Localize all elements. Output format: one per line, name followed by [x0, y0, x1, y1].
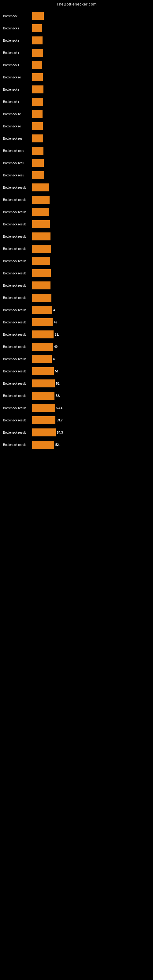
- bar-label: Bottleneck resu: [3, 173, 32, 177]
- bar-container: [32, 97, 150, 106]
- bar-value: 51: [55, 370, 59, 373]
- bar-container: [32, 73, 150, 81]
- bar-container: [32, 183, 150, 192]
- bar-row: Bottleneck result: [3, 181, 150, 193]
- bar: [32, 355, 52, 363]
- bar-row: Bottleneck result53.: [3, 378, 150, 389]
- bar-row: Bottleneck res: [3, 133, 150, 144]
- bar-value: 4: [53, 309, 55, 312]
- bar: [32, 61, 42, 69]
- bar: [32, 171, 44, 179]
- bar: [32, 37, 43, 45]
- bar-row: Bottleneck result52.: [3, 439, 150, 450]
- bar-row: Bottleneck re: [3, 72, 150, 83]
- bar-label: Bottleneck result: [3, 443, 32, 447]
- bar-row: Bottleneck result53.4: [3, 402, 150, 414]
- bar-label: Bottleneck result: [3, 431, 32, 434]
- bar-container: [32, 36, 150, 45]
- bar-container: [32, 232, 150, 241]
- bar: [32, 183, 49, 191]
- bar-container: 4: [32, 305, 150, 314]
- bar: [32, 318, 53, 326]
- bar-container: [32, 85, 150, 94]
- bar-row: Bottleneck result: [3, 292, 150, 304]
- bar-container: 49: [32, 318, 150, 326]
- bar-label: Bottleneck result: [3, 210, 32, 214]
- bar: [32, 294, 51, 302]
- bar-row: Bottleneck result4: [3, 353, 150, 365]
- bar-label: Bottleneck result: [3, 309, 32, 312]
- bar-row: Bottleneck result51: [3, 365, 150, 377]
- bar-label: Bottleneck: [3, 14, 32, 18]
- bar-container: [32, 48, 150, 57]
- bar: [32, 306, 52, 314]
- bar-container: [32, 110, 150, 118]
- bar-label: Bottleneck r: [3, 88, 32, 91]
- bar-row: Bottleneck resu: [3, 157, 150, 169]
- bar: [32, 269, 51, 277]
- bar-container: 52.: [32, 391, 150, 400]
- bar-row: Bottleneck result: [3, 280, 150, 291]
- bar-label: Bottleneck result: [3, 418, 32, 422]
- bar-label: Bottleneck re: [3, 112, 32, 116]
- bar-row: Bottleneck result: [3, 255, 150, 267]
- bar-label: Bottleneck result: [3, 259, 32, 263]
- bar: [32, 122, 43, 130]
- bar-container: 51: [32, 367, 150, 375]
- bar-container: [32, 60, 150, 69]
- bar-container: [32, 208, 150, 216]
- bar: [32, 428, 56, 436]
- bar-container: [32, 171, 150, 180]
- bar-container: 52.: [32, 441, 150, 449]
- bar-container: 53.7: [32, 416, 150, 425]
- bar: [32, 147, 43, 155]
- bar: [32, 245, 51, 253]
- bar: [32, 367, 54, 375]
- bar: [32, 379, 55, 387]
- bar-row: Bottleneck resu: [3, 169, 150, 181]
- bar-label: Bottleneck result: [3, 235, 32, 238]
- bar-row: Bottleneck result53.7: [3, 414, 150, 426]
- bar-label: Bottleneck result: [3, 296, 32, 299]
- bar-container: [32, 196, 150, 204]
- bar-container: 4: [32, 355, 150, 363]
- bar-container: [32, 12, 150, 20]
- bar-container: [32, 281, 150, 290]
- bar-label: Bottleneck r: [3, 64, 32, 67]
- bar: [32, 416, 56, 424]
- bar-label: Bottleneck res: [3, 137, 32, 140]
- bar-row: Bottleneck r: [3, 96, 150, 108]
- bar: [32, 208, 49, 216]
- bar-row: Bottleneck r: [3, 59, 150, 71]
- bar-row: Bottleneck result: [3, 206, 150, 218]
- bar-label: Bottleneck result: [3, 198, 32, 202]
- bar-container: 51.: [32, 330, 150, 339]
- bar-label: Bottleneck result: [3, 321, 32, 324]
- bar-row: Bottleneck resu: [3, 145, 150, 156]
- bar-label: Bottleneck result: [3, 357, 32, 361]
- bar-container: [32, 122, 150, 130]
- bar-label: Bottleneck resu: [3, 161, 32, 165]
- bar-row: Bottleneck result: [3, 243, 150, 255]
- bar-container: 54.3: [32, 428, 150, 437]
- bar-value: 53.4: [56, 406, 62, 410]
- bar-label: Bottleneck result: [3, 382, 32, 385]
- bar: [32, 392, 54, 400]
- bar-row: Bottleneck result54.3: [3, 426, 150, 438]
- bar: [32, 331, 54, 339]
- bar: [32, 86, 43, 94]
- bar-label: Bottleneck re: [3, 125, 32, 128]
- bar-container: [32, 293, 150, 302]
- bar-row: Bottleneck r: [3, 22, 150, 34]
- bar-label: Bottleneck result: [3, 247, 32, 250]
- bar-row: Bottleneck re: [3, 120, 150, 132]
- bar-label: Bottleneck result: [3, 223, 32, 226]
- bar: [32, 220, 50, 228]
- bar-value: 54.3: [57, 431, 63, 434]
- bar: [32, 232, 51, 240]
- bar-container: 53.4: [32, 404, 150, 412]
- bar-label: Bottleneck r: [3, 27, 32, 30]
- bar: [32, 134, 43, 142]
- bar-value: 49: [54, 345, 57, 348]
- bar-row: Bottleneck result4: [3, 304, 150, 316]
